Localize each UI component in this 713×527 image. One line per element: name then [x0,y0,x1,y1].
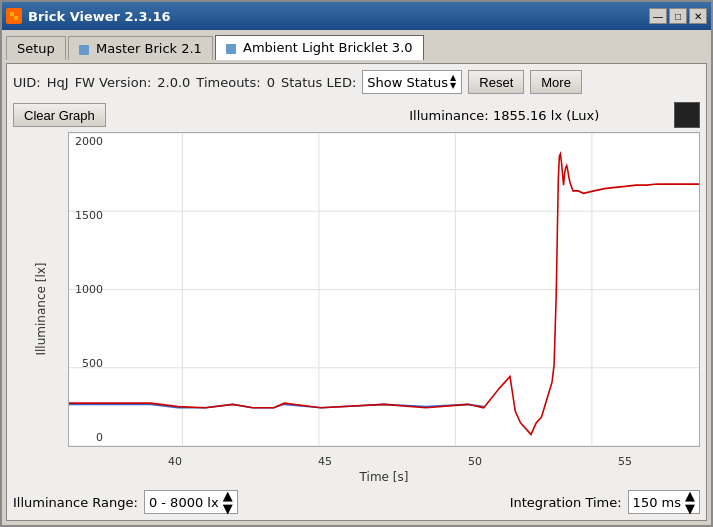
timeouts-value: 0 [267,75,275,90]
bottom-right: Integration Time: 150 ms ▲ ▼ [510,490,700,514]
graph-header-left: Clear Graph [13,103,341,127]
tab-ambient-light-label: Ambient Light Bricklet 3.0 [243,40,413,55]
color-swatch[interactable] [674,102,700,128]
y-tick-0: 0 [71,431,103,444]
clear-graph-button[interactable]: Clear Graph [13,103,106,127]
x-tick-55: 55 [618,455,632,468]
timeouts-label: Timeouts: [196,75,260,90]
y-tick-2000: 2000 [71,135,103,148]
master-brick-icon [79,45,89,55]
uid-label: UID: [13,75,41,90]
more-button[interactable]: More [530,70,582,94]
title-bar-left: Brick Viewer 2.3.16 [6,8,171,24]
status-led-value: Show Status [367,75,448,90]
graph-area: 2000 1500 1000 500 0 40 45 50 55 [68,132,700,486]
window-title: Brick Viewer 2.3.16 [28,9,171,24]
graph-header: Clear Graph Illuminance: 1855.16 lx (Lux… [13,102,700,128]
status-led-select[interactable]: Show Status ▲ ▼ [362,70,462,94]
range-value: 0 - 8000 lx [149,495,219,510]
fw-value: 2.0.0 [157,75,190,90]
ambient-light-icon [226,44,236,54]
x-tick-40: 40 [168,455,182,468]
title-bar: Brick Viewer 2.3.16 — □ ✕ [2,2,711,30]
tab-setup[interactable]: Setup [6,36,66,60]
title-controls: — □ ✕ [649,8,707,24]
maximize-button[interactable]: □ [669,8,687,24]
bottom-left: Illuminance Range: 0 - 8000 lx ▲ ▼ [13,490,238,514]
fw-label: FW Version: [75,75,152,90]
x-tick-45: 45 [318,455,332,468]
tab-bar: Setup Master Brick 2.1 Ambient Light Bri… [6,34,707,59]
x-tick-50: 50 [468,455,482,468]
minimize-button[interactable]: — [649,8,667,24]
graph-container: 2000 1500 1000 500 0 [68,132,700,447]
uid-value: HqJ [47,75,69,90]
content-area: Setup Master Brick 2.1 Ambient Light Bri… [2,30,711,525]
y-tick-1500: 1500 [71,209,103,222]
tab-ambient-light[interactable]: Ambient Light Bricklet 3.0 [215,35,424,60]
graph-wrapper: Illuminance [lx] [13,132,700,486]
main-window: Brick Viewer 2.3.16 — □ ✕ Setup Master B… [0,0,713,527]
svg-rect-2 [14,16,18,20]
y-tick-500: 500 [71,357,103,370]
integration-value: 150 ms [633,495,681,510]
tab-master-brick[interactable]: Master Brick 2.1 [68,36,213,60]
info-bar: UID: HqJ FW Version: 2.0.0 Timeouts: 0 S… [13,70,700,94]
range-label: Illuminance Range: [13,495,138,510]
x-axis-label: Time [s] [68,468,700,486]
bottom-bar: Illuminance Range: 0 - 8000 lx ▲ ▼ Integ… [13,490,700,514]
y-axis-label: Illuminance [lx] [34,263,48,356]
reset-button[interactable]: Reset [468,70,524,94]
status-led-arrows: ▲ ▼ [450,74,456,90]
illuminance-range-select[interactable]: 0 - 8000 lx ▲ ▼ [144,490,238,514]
y-axis-area: Illuminance [lx] [13,132,68,486]
app-icon [6,8,22,24]
integration-arrows: ▲ ▼ [685,489,695,515]
integration-label: Integration Time: [510,495,622,510]
illuminance-reading: Illuminance: 1855.16 lx (Lux) [341,108,669,123]
status-led-label: Status LED: [281,75,356,90]
main-panel: UID: HqJ FW Version: 2.0.0 Timeouts: 0 S… [6,63,707,521]
tab-setup-label: Setup [17,41,55,56]
close-button[interactable]: ✕ [689,8,707,24]
graph-svg [69,133,699,446]
range-arrows: ▲ ▼ [223,489,233,515]
svg-rect-1 [10,12,14,16]
tab-master-brick-label: Master Brick 2.1 [96,41,202,56]
integration-time-select[interactable]: 150 ms ▲ ▼ [628,490,700,514]
y-tick-1000: 1000 [71,283,103,296]
